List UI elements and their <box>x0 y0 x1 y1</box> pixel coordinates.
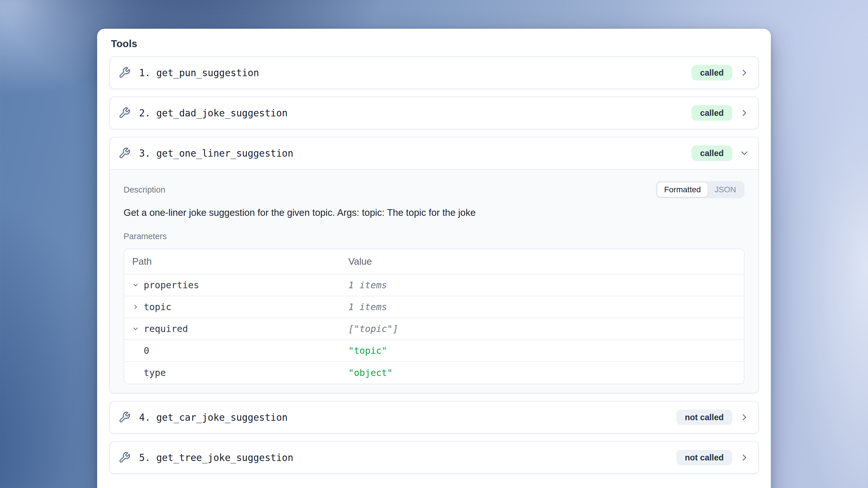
value-cell: ["topic"] <box>348 323 744 334</box>
formatted-tab[interactable]: Formatted <box>657 183 708 197</box>
chevron-right-icon <box>739 67 750 78</box>
wrench-icon <box>118 411 130 423</box>
chevron-right-icon <box>739 108 750 118</box>
parameters-table: Path Value properties 1 items topic 1 <box>124 249 744 384</box>
status-badge: called <box>691 105 732 121</box>
wrench-icon <box>118 452 130 464</box>
tool-details-panel: Description Formatted JSON Get a one-lin… <box>110 169 758 393</box>
tool-description: Get a one-liner joke suggestion for the … <box>124 206 744 219</box>
tool-row: 5.get_tree_joke_suggestion not called <box>109 441 759 474</box>
value-cell: 1 items <box>348 280 744 291</box>
tool-name: 4.get_car_joke_suggestion <box>139 412 288 423</box>
json-tab[interactable]: JSON <box>708 183 743 197</box>
wrench-icon <box>118 107 130 119</box>
tool-name: 5.get_tree_joke_suggestion <box>139 452 293 463</box>
chevron-right-icon <box>739 412 750 423</box>
value-column-header: Value <box>348 256 744 267</box>
table-row: properties 1 items <box>124 274 744 296</box>
parameters-label: Parameters <box>124 232 744 241</box>
path-column-header: Path <box>124 256 348 267</box>
path-cell-0: 0 <box>124 345 348 356</box>
chevron-down-icon <box>132 282 139 288</box>
value-cell: 1 items <box>348 302 744 312</box>
status-badge: called <box>691 65 732 81</box>
tool-row-header-get_car_joke_suggestion[interactable]: 4.get_car_joke_suggestion not called <box>110 401 758 433</box>
wrench-icon <box>118 67 130 79</box>
chevron-right-icon <box>739 452 750 463</box>
chevron-right-icon <box>132 304 139 310</box>
path-cell-type: type <box>124 367 348 378</box>
status-badge: called <box>691 146 732 161</box>
description-label: Description <box>124 185 165 194</box>
tools-panel: Tools 1.get_pun_suggestion called 2.get_… <box>97 29 771 488</box>
table-row: required ["topic"] <box>124 318 744 340</box>
path-cell-required[interactable]: required <box>124 323 348 334</box>
view-mode-toggle: Formatted JSON <box>656 181 744 198</box>
table-header-row: Path Value <box>124 249 744 274</box>
tool-row-expanded: 3.get_one_liner_suggestion called Descri… <box>109 137 759 393</box>
tool-row: 2.get_dad_joke_suggestion called <box>109 97 759 129</box>
tool-row: 4.get_car_joke_suggestion not called <box>109 401 759 434</box>
tool-name: 1.get_pun_suggestion <box>139 67 259 79</box>
chevron-down-icon <box>132 325 139 332</box>
tool-row-header-get_dad_joke_suggestion[interactable]: 2.get_dad_joke_suggestion called <box>110 97 758 129</box>
tool-name: 3.get_one_liner_suggestion <box>139 148 293 159</box>
status-badge: not called <box>676 450 732 465</box>
path-cell-topic[interactable]: topic <box>124 302 348 312</box>
tool-row-header-get_one_liner_suggestion[interactable]: 3.get_one_liner_suggestion called <box>110 138 758 169</box>
chevron-down-icon <box>739 148 750 158</box>
table-row: topic 1 items <box>124 296 744 318</box>
tool-row-header-get_pun_suggestion[interactable]: 1.get_pun_suggestion called <box>110 57 758 89</box>
table-row: 0 "topic" <box>124 340 744 362</box>
table-row: type "object" <box>124 362 744 384</box>
tool-row: 1.get_pun_suggestion called <box>109 56 759 89</box>
tool-row-header-get_tree_joke_suggestion[interactable]: 5.get_tree_joke_suggestion not called <box>110 442 758 474</box>
status-badge: not called <box>676 409 732 425</box>
value-cell: "topic" <box>348 345 744 356</box>
path-cell-properties[interactable]: properties <box>124 280 348 291</box>
panel-title: Tools <box>111 37 759 51</box>
tool-name: 2.get_dad_joke_suggestion <box>139 108 288 119</box>
wrench-icon <box>118 147 130 159</box>
value-cell: "object" <box>348 367 744 378</box>
